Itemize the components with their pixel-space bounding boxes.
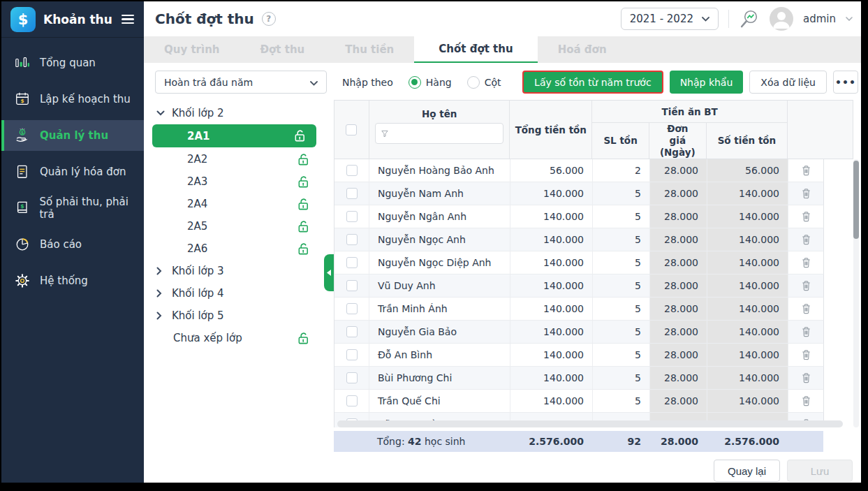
cell-total-balance[interactable]: 140.000 (510, 251, 593, 274)
tree-item-label: 2A4 (187, 198, 207, 210)
get-balance-from-last-year-button[interactable]: Lấy số tồn từ năm trước (522, 71, 663, 94)
triangle-left-icon (327, 270, 331, 276)
help-icon[interactable]: ? (262, 12, 276, 26)
cell-total-balance[interactable]: 140.000 (510, 390, 593, 412)
tree-item[interactable]: Khối lớp 3 (144, 260, 334, 282)
delete-row-button[interactable] (801, 349, 811, 360)
tree-collapse-handle[interactable] (324, 254, 334, 291)
sidebar-item-quan-ly-thu[interactable]: $ Quản lý thu (1, 120, 144, 151)
row-checkbox[interactable] (346, 395, 358, 406)
chevron-down-icon[interactable] (156, 110, 170, 116)
tree-item[interactable]: 2A5 (144, 215, 334, 237)
row-checkbox[interactable] (346, 165, 358, 176)
row-checkbox[interactable] (346, 349, 358, 360)
radio-row[interactable]: Hàng (409, 76, 452, 89)
row-checkbox[interactable] (346, 303, 358, 314)
chevron-right-icon[interactable] (156, 267, 170, 275)
cell-total-balance[interactable]: 140.000 (510, 344, 593, 366)
sidebar-item-he-thong[interactable]: Hệ thống (1, 265, 144, 296)
cell-total-balance[interactable]: 140.000 (510, 274, 593, 297)
delete-row-button[interactable] (801, 188, 811, 199)
tree-item[interactable]: Khối lớp 4 (144, 282, 334, 305)
avatar[interactable] (770, 7, 793, 31)
cell-qty[interactable]: 5 (593, 321, 650, 343)
delete-row-button[interactable] (801, 234, 811, 245)
delete-row-button[interactable] (801, 165, 811, 176)
tree-item[interactable]: Khối lớp 5 (144, 305, 334, 327)
delete-row-button[interactable] (801, 303, 811, 314)
radio-column[interactable]: Cột (467, 76, 501, 89)
sidebar-item-tong-quan[interactable]: Tổng quan (1, 47, 144, 78)
select-all-checkbox[interactable] (346, 124, 357, 135)
tab[interactable]: Hoá đơn (538, 36, 627, 63)
delete-row-button[interactable] (801, 395, 811, 406)
tab[interactable]: Quy trình (144, 36, 240, 63)
fee-type-select[interactable]: Hoàn trả đầu năm (155, 71, 327, 94)
tree-item[interactable]: 2A4 (144, 193, 334, 215)
name-filter-input[interactable] (392, 129, 497, 139)
sidebar-item-bao-cao[interactable]: Báo cáo (1, 229, 144, 260)
cell-total-balance[interactable]: 140.000 (510, 205, 593, 228)
tree-item[interactable]: Khối lớp 2 (144, 102, 334, 124)
table-row: Nguyễn Ngọc Anh 140.000 5 28.000 140.000 (334, 228, 824, 251)
row-checkbox[interactable] (346, 211, 358, 222)
cell-total-balance[interactable]: 140.000 (510, 182, 593, 205)
tree-item[interactable]: 2A1 (152, 124, 316, 147)
cell-total-balance[interactable]: 140.000 (510, 321, 593, 343)
school-year-select[interactable]: 2021 - 2022 (621, 8, 719, 30)
tab[interactable]: Đợt thu (240, 36, 325, 63)
tab[interactable]: Chốt đợt thu (414, 36, 537, 63)
unlock-icon (297, 220, 310, 233)
tree-item[interactable]: Chưa xếp lớp (144, 327, 334, 349)
import-button[interactable]: Nhập khẩu (670, 71, 744, 94)
cell-qty[interactable]: 5 (593, 298, 650, 320)
tree-item[interactable]: 2A2 (144, 148, 334, 170)
sidebar-item-so-phai-thu-phai-tra[interactable]: $ Số phải thu, phải trả (1, 193, 144, 223)
name-filter[interactable] (375, 123, 503, 144)
cell-qty[interactable]: 5 (593, 274, 650, 297)
cell-qty[interactable]: 2 (593, 159, 650, 182)
vertical-scrollbar[interactable] (853, 159, 859, 427)
delete-row-button[interactable] (801, 211, 811, 222)
cell-qty[interactable]: 5 (593, 228, 650, 251)
tree-item[interactable]: 2A6 (144, 237, 334, 260)
search-trend-icon[interactable] (739, 8, 760, 29)
cell-total-balance[interactable]: 140.000 (510, 228, 593, 251)
trash-icon (801, 165, 811, 176)
radio-row-control[interactable] (409, 76, 421, 89)
row-checkbox[interactable] (346, 257, 358, 268)
row-checkbox[interactable] (346, 234, 358, 245)
delete-row-button[interactable] (801, 257, 811, 268)
hamburger-menu-icon[interactable] (122, 15, 134, 24)
row-checkbox[interactable] (346, 280, 358, 291)
cell-total-balance[interactable]: 56.000 (510, 159, 593, 182)
sidebar-item-lap-ke-hoach-thu[interactable]: $ Lập kế hoạch thu (1, 84, 144, 115)
sidebar-item-quan-ly-hoa-don[interactable]: Quản lý hóa đơn (1, 156, 144, 187)
horizontal-scrollbar[interactable] (337, 420, 843, 427)
cell-total-balance[interactable]: 140.000 (510, 298, 593, 320)
tab[interactable]: Thu tiền (325, 36, 414, 63)
delete-row-button[interactable] (801, 280, 811, 291)
row-checkbox[interactable] (346, 326, 358, 337)
row-checkbox[interactable] (346, 188, 358, 199)
cell-qty[interactable]: 5 (593, 251, 650, 274)
chevron-right-icon[interactable] (156, 289, 170, 298)
chevron-right-icon[interactable] (156, 312, 170, 320)
row-checkbox[interactable] (346, 372, 358, 383)
more-options-button[interactable]: ••• (833, 71, 858, 94)
cell-qty[interactable]: 5 (593, 344, 650, 366)
cell-qty[interactable]: 5 (593, 390, 650, 412)
clear-data-button[interactable]: Xóa dữ liệu (749, 71, 827, 94)
cell-qty[interactable]: 5 (593, 205, 650, 228)
cell-qty[interactable]: 5 (593, 182, 650, 205)
delete-row-button[interactable] (801, 372, 811, 383)
back-button[interactable]: Quay lại (714, 460, 780, 482)
delete-row-button[interactable] (801, 326, 811, 337)
username[interactable]: admin (803, 13, 836, 25)
tree-item[interactable]: 2A3 (144, 170, 334, 193)
cell-qty[interactable]: 5 (593, 367, 650, 389)
radio-column-control[interactable] (467, 76, 480, 89)
save-button[interactable]: Lưu (787, 460, 853, 482)
vertical-scrollbar-thumb[interactable] (853, 161, 859, 239)
cell-total-balance[interactable]: 140.000 (510, 367, 593, 389)
